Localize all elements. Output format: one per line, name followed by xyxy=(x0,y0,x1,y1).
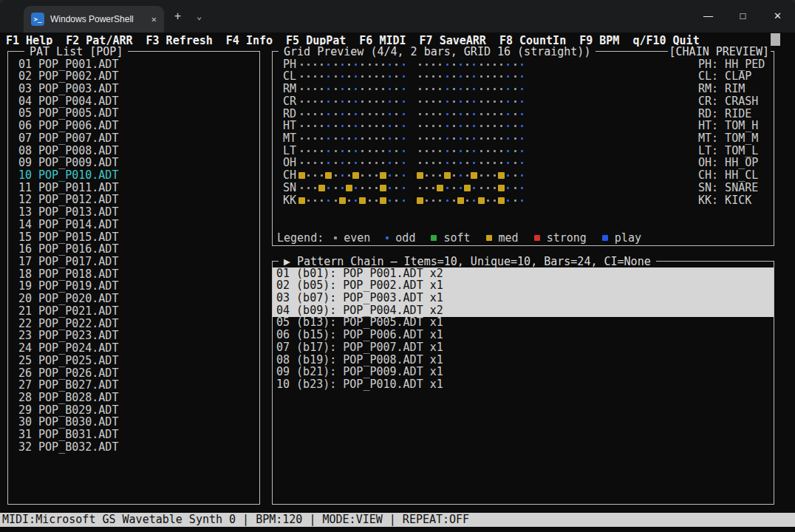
grid-step-dot xyxy=(400,83,407,95)
maximize-button[interactable]: □ xyxy=(726,0,760,31)
pat-list-item[interactable]: 06POP_P006.ADT xyxy=(8,120,259,132)
pat-item-number: 26 xyxy=(18,366,32,380)
grid-row-label: CR xyxy=(283,95,296,108)
pat-list-item[interactable]: 12POP_P012.ADT xyxy=(8,194,259,206)
pat-list-item[interactable]: 07POP_P007.ADT xyxy=(8,132,259,145)
pat-list-item[interactable]: 16POP_P016.ADT xyxy=(8,243,259,256)
menu-item-f4[interactable]: F4 Info xyxy=(226,34,273,47)
grid-step-dot xyxy=(400,157,407,169)
pat-item-number: 05 xyxy=(18,106,32,120)
powershell-icon: >_ xyxy=(31,13,44,26)
chain-item[interactable]: 03 (b07): POP_P003.ADT x1 xyxy=(273,292,774,304)
grid-row-label: SN xyxy=(283,182,296,194)
pat-list-item[interactable]: 27POP_B027.ADT xyxy=(8,379,259,392)
drum-key-label: RM: RIM xyxy=(698,83,745,95)
pat-list-item[interactable]: 18POP_P018.ADT xyxy=(8,268,259,281)
pat-item-number: 03 xyxy=(18,82,32,95)
pat-item-filename: POP_B029.ADT xyxy=(38,403,118,417)
grid-step-dot xyxy=(518,83,525,95)
pat-list-item[interactable]: 32POP_B032.ADT xyxy=(8,441,259,454)
pat-list-item[interactable]: 10POP_P010.ADT xyxy=(8,169,259,182)
legend-item-label: play xyxy=(615,231,641,245)
window-controls: — □ ✕ xyxy=(691,0,795,31)
pat-item-number: 25 xyxy=(18,354,32,367)
scrollbar-thumb[interactable] xyxy=(771,33,780,46)
pat-list-item[interactable]: 29POP_B029.ADT xyxy=(8,404,259,417)
pat-list-item[interactable]: 20POP_P020.ADT xyxy=(8,293,259,305)
pat-item-filename: POP_P013.ADT xyxy=(38,205,118,219)
tab-dropdown-button[interactable]: ⌄ xyxy=(197,9,202,24)
pat-list-item[interactable]: 14POP_P014.ADT xyxy=(8,219,259,231)
pat-item-number: 13 xyxy=(18,205,32,219)
grid-row-label: MT xyxy=(283,132,296,145)
pat-list-item[interactable]: 02POP_P002.ADT xyxy=(8,70,259,83)
pat-list-item[interactable]: 25POP_P025.ADT xyxy=(8,355,259,367)
chain-item[interactable]: 05 (b13): POP_P005.ADT x1 xyxy=(273,316,774,329)
pat-list-item[interactable]: 19POP_P019.ADT xyxy=(8,280,259,293)
pat-list-item[interactable]: 08POP_P008.ADT xyxy=(8,145,259,157)
pat-list-item[interactable]: 03POP_P003.ADT xyxy=(8,83,259,95)
menu-item-f3[interactable]: F3 Refresh xyxy=(146,34,213,47)
legend-item-soft: soft xyxy=(431,231,470,245)
pat-item-number: 20 xyxy=(18,292,32,305)
tab-windows-powershell[interactable]: >_ Windows PowerShell ✕ xyxy=(24,6,164,33)
minimize-button[interactable]: — xyxy=(691,0,726,31)
chain-preview-label: [CHAIN PREVIEW] xyxy=(668,45,771,58)
pat-item-number: 04 xyxy=(18,95,32,108)
legend-item-play: play xyxy=(602,231,641,245)
close-button[interactable]: ✕ xyxy=(760,0,795,31)
pat-item-filename: POP_B031.ADT xyxy=(38,428,118,441)
grid-row-label: RD xyxy=(283,108,296,120)
pat-list-item[interactable]: 30POP_B030.ADT xyxy=(8,416,259,429)
grid-step-dot xyxy=(518,157,525,169)
pat-item-number: 16 xyxy=(18,242,32,256)
pat-item-number: 31 xyxy=(18,428,32,441)
chain-item[interactable]: 01 (b01): POP_P001.ADT x2 xyxy=(273,267,774,280)
grid-step-dot xyxy=(518,58,525,71)
pat-list-item[interactable]: 21POP_P021.ADT xyxy=(8,305,259,318)
new-tab-button[interactable]: + xyxy=(174,9,181,24)
chain-item[interactable]: 10 (b23): POP_P010.ADT x1 xyxy=(273,378,774,391)
chain-item[interactable]: 04 (b09): POP_P004.ADT x2 xyxy=(273,304,774,317)
chain-item[interactable]: 08 (b19): POP_P008.ADT x1 xyxy=(273,354,774,366)
pat-list-item[interactable]: 11POP_P011.ADT xyxy=(8,182,259,194)
pat-list-item[interactable]: 24POP_P024.ADT xyxy=(8,342,259,355)
pat-item-filename: POP_B032.ADT xyxy=(38,440,118,454)
grid-row-sn: SNSN: SNARE xyxy=(273,182,774,194)
pat-item-number: 10 xyxy=(18,168,32,182)
pat-list-item[interactable]: 13POP_P013.ADT xyxy=(8,206,259,219)
tab-title: Windows PowerShell xyxy=(50,14,147,24)
pat-list-item[interactable]: 23POP_P023.ADT xyxy=(8,330,259,342)
pat-item-filename: POP_P020.ADT xyxy=(38,292,118,305)
pat-item-number: 29 xyxy=(18,403,32,417)
pat-list-item[interactable]: 09POP_P009.ADT xyxy=(8,157,259,169)
legend-item-label: soft xyxy=(443,231,470,245)
legend-item-label: even xyxy=(344,231,370,245)
grid-row-mt: MTMT: TOM_M xyxy=(273,132,774,145)
pat-list-item[interactable]: 22POP_P022.ADT xyxy=(8,318,259,330)
pat-item-number: 27 xyxy=(18,378,32,392)
chain-item[interactable]: 02 (b05): POP_P002.ADT x1 xyxy=(273,279,774,292)
grid-row-rm: RMRM: RIM xyxy=(273,83,774,95)
pat-list-item[interactable]: 15POP_P015.ADT xyxy=(8,231,259,244)
pat-list-item[interactable]: 28POP_B028.ADT xyxy=(8,392,259,404)
grid-step-dot xyxy=(400,70,407,83)
grid-row-ph: PHPH: HH_PED xyxy=(273,58,774,71)
tab-close-icon[interactable]: ✕ xyxy=(151,14,157,24)
pat-list-item[interactable]: 31POP_B031.ADT xyxy=(8,429,259,441)
pat-list-item[interactable]: 05POP_P005.ADT xyxy=(8,107,259,120)
pat-list-item[interactable]: 04POP_P004.ADT xyxy=(8,95,259,108)
pat-list-item[interactable]: 17POP_P017.ADT xyxy=(8,256,259,268)
pat-list-item[interactable]: 01POP_P001.ADT xyxy=(8,58,259,71)
pat-list-item[interactable]: 26POP_P026.ADT xyxy=(8,367,259,380)
drum-key-label: PH: HH_PED xyxy=(698,58,765,71)
grid-row-label: PH xyxy=(283,58,296,71)
grid-step-dot xyxy=(400,108,407,120)
chain-item[interactable]: 07 (b17): POP_P007.ADT x1 xyxy=(273,341,774,354)
grid-row-ch: CHCH: HH_CL xyxy=(273,169,774,182)
grid-row-label: CL xyxy=(283,70,296,83)
grid-step-dot xyxy=(518,182,525,194)
chain-item[interactable]: 09 (b21): POP_P009.ADT x1 xyxy=(273,366,774,378)
chain-item[interactable]: 06 (b15): POP_P006.ADT x1 xyxy=(273,329,774,341)
pat-item-filename: POP_P010.ADT xyxy=(38,168,118,182)
